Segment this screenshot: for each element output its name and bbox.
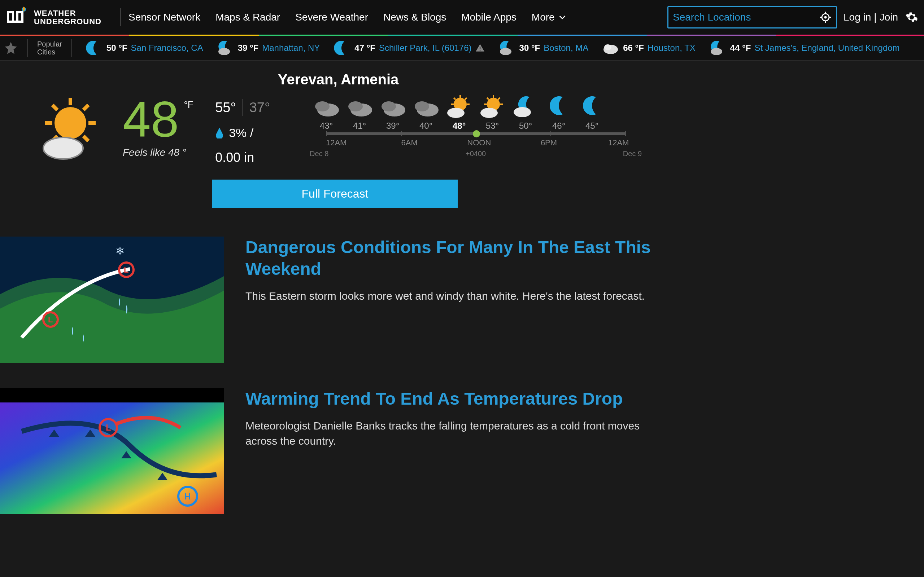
nav-maps-radar[interactable]: Maps & Radar xyxy=(215,11,280,23)
svg-text:❄: ❄ xyxy=(115,245,124,257)
current-temp-unit: °F xyxy=(184,100,193,109)
city-name[interactable]: Manhattan, NY xyxy=(262,43,320,53)
hourly-temp: 40° xyxy=(419,121,432,131)
city-name[interactable]: Schiller Park, IL (60176) xyxy=(379,43,472,53)
svg-line-33 xyxy=(454,98,456,100)
svg-line-16 xyxy=(83,105,89,110)
hourly-slot[interactable]: 53° xyxy=(476,94,509,131)
city-name[interactable]: San Francisco, CA xyxy=(131,43,203,53)
hourly-slot[interactable]: 48° xyxy=(443,94,476,131)
hourly-temp: 46° xyxy=(552,121,565,131)
hourly-slot[interactable]: 45° xyxy=(575,94,609,131)
article-thumbnail[interactable]: L L ❄ xyxy=(0,237,224,363)
svg-text:L: L xyxy=(106,423,111,432)
hourly-slot[interactable]: 50° xyxy=(509,94,542,131)
hourly-slot[interactable]: 41° xyxy=(343,94,376,131)
current-conditions: Yerevan, Armenia 48 °F Feels like 48 ° xyxy=(0,61,924,208)
search-box[interactable] xyxy=(667,6,837,29)
city-name[interactable]: Houston, TX xyxy=(648,43,696,53)
lo-temp: 37° xyxy=(249,100,270,115)
hourly-forecast: 43°41°39°40°48°53°50°46°45° 12AM 6AM NOO… xyxy=(310,94,642,159)
join-link[interactable]: Join xyxy=(880,11,898,23)
article-desc: Meteorologist Danielle Banks tracks the … xyxy=(246,418,664,449)
article-desc: This Eastern storm looks more wet and wi… xyxy=(246,288,664,304)
logo-icon xyxy=(6,6,29,29)
popular-label-1: Popular xyxy=(37,40,62,48)
svg-point-21 xyxy=(315,102,330,111)
svg-rect-5 xyxy=(479,50,480,50)
svg-text:L: L xyxy=(124,266,129,274)
nav-mobile-apps[interactable]: Mobile Apps xyxy=(461,11,517,23)
svg-point-8 xyxy=(604,44,611,50)
location-title: Yerevan, Armenia xyxy=(278,71,399,88)
date-labels: Dec 8 +0400 Dec 9 xyxy=(310,150,642,159)
hourly-temp: 50° xyxy=(519,121,532,131)
time-axis xyxy=(326,132,625,135)
moon-icon xyxy=(86,39,103,56)
svg-point-43 xyxy=(480,108,498,118)
date-end: Dec 9 xyxy=(623,150,642,158)
article-item: L H Warming Trend To End As Temperatures… xyxy=(0,388,924,514)
precip-chance: 3% / xyxy=(215,126,270,140)
svg-point-44 xyxy=(514,107,531,117)
svg-line-18 xyxy=(83,136,89,141)
city-temp: 50 °F xyxy=(107,43,128,53)
full-forecast-button[interactable]: Full Forecast xyxy=(212,180,458,208)
gear-icon[interactable] xyxy=(905,11,918,24)
city-item[interactable]: 47 °F Schiller Park, IL (60176) xyxy=(329,39,489,56)
city-item[interactable]: 66 °F Houston, TX xyxy=(598,39,700,56)
nav-sensor-network[interactable]: Sensor Network xyxy=(129,11,200,23)
mostly-cloudy-night-icon xyxy=(217,39,234,56)
hourly-slot[interactable]: 43° xyxy=(310,94,343,131)
city-temp: 66 °F xyxy=(623,43,644,53)
svg-text:H: H xyxy=(184,492,191,501)
hourly-temp: 39° xyxy=(386,121,399,131)
raindrop-icon xyxy=(215,128,224,139)
time-label: NOON xyxy=(467,138,491,148)
login-link[interactable]: Log in xyxy=(843,11,871,23)
city-name[interactable]: Boston, MA xyxy=(544,43,588,53)
svg-text:L: L xyxy=(48,315,53,324)
svg-point-3 xyxy=(218,48,230,55)
svg-line-42 xyxy=(498,98,500,100)
star-icon[interactable] xyxy=(3,41,18,55)
city-item[interactable]: 50 °F San Francisco, CA xyxy=(81,39,208,56)
svg-point-10 xyxy=(55,107,86,139)
city-item[interactable]: 39 °F Manhattan, NY xyxy=(213,39,325,56)
timezone: +0400 xyxy=(465,150,486,158)
partly-sunny-icon xyxy=(36,94,108,161)
current-temp: 48 °F xyxy=(123,94,179,145)
brand-logo[interactable]: WEATHER UNDERGROUND xyxy=(6,6,102,29)
mostly-cloudy-night-icon xyxy=(498,39,516,56)
nav-news-blogs[interactable]: News & Blogs xyxy=(383,11,446,23)
brand-name: WEATHER UNDERGROUND xyxy=(34,9,102,26)
precip-pct: 3% / xyxy=(229,126,254,140)
city-temp: 44 °F xyxy=(730,43,751,53)
divider xyxy=(27,39,28,57)
city-item[interactable]: 44 °F St James's, England, United Kingdo… xyxy=(705,39,904,56)
article-thumbnail[interactable]: L H xyxy=(0,388,224,514)
moon-icon xyxy=(333,39,351,56)
svg-rect-4 xyxy=(479,47,480,49)
city-name[interactable]: St James's, England, United Kingdom xyxy=(754,43,900,53)
hourly-slot[interactable]: 40° xyxy=(409,94,443,131)
city-item[interactable]: 30 °F Boston, MA xyxy=(494,39,593,56)
mostly-cloudy-night-icon xyxy=(709,39,727,56)
article-title[interactable]: Dangerous Conditions For Many In The Eas… xyxy=(246,237,664,280)
svg-point-25 xyxy=(381,102,396,111)
hourly-temp: 45° xyxy=(585,121,598,131)
time-label: 6AM xyxy=(401,138,417,148)
hourly-slot[interactable]: 46° xyxy=(542,94,575,131)
svg-point-6 xyxy=(500,48,512,55)
divider xyxy=(71,39,72,57)
cloudy-icon xyxy=(602,39,619,56)
search-input[interactable] xyxy=(673,11,819,23)
hourly-temp: 48° xyxy=(452,121,465,131)
popular-cities-bar: Popular Cities 50 °F San Francisco, CA 3… xyxy=(0,35,924,61)
hourly-slot[interactable]: 39° xyxy=(376,94,409,131)
locate-icon[interactable] xyxy=(819,11,832,23)
nav-severe[interactable]: Severe Weather xyxy=(295,11,368,23)
nav-more[interactable]: More xyxy=(531,11,566,23)
hourly-temp: 43° xyxy=(320,121,333,131)
article-title[interactable]: Warming Trend To End As Temperatures Dro… xyxy=(246,388,664,410)
